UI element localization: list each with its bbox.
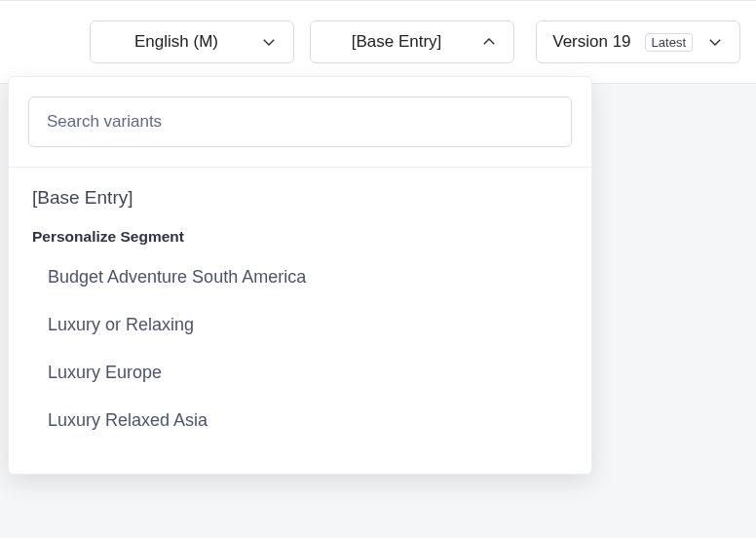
variant-group-header: Personalize Segment (9, 226, 591, 253)
version-badge: Latest (645, 33, 693, 52)
version-wrap: Version 19 Latest (536, 20, 740, 63)
variant-select[interactable]: [Base Entry] (310, 20, 514, 63)
variant-option[interactable]: Luxury or Relaxing (9, 301, 591, 349)
toolbar: English (M) [Base Entry] Version 19 Late… (0, 0, 756, 84)
chevron-down-icon (706, 33, 724, 51)
variant-option-base-entry[interactable]: [Base Entry] (9, 177, 591, 226)
variant-dropdown-panel: [Base Entry] Personalize Segment Budget … (8, 76, 592, 475)
divider (9, 167, 591, 168)
language-select-label: English (M) (106, 32, 246, 52)
variant-option[interactable]: Luxury Europe (9, 349, 591, 397)
search-wrap (9, 77, 591, 147)
variant-option[interactable]: Budget Adventure South America (9, 253, 591, 301)
variant-select-label: [Base Entry] (326, 32, 467, 52)
version-select[interactable]: Version 19 Latest (536, 20, 740, 63)
chevron-down-icon (260, 33, 278, 51)
version-select-label: Version 19 (552, 32, 630, 52)
search-input[interactable] (28, 96, 572, 147)
language-select[interactable]: English (M) (90, 20, 294, 63)
variant-option[interactable]: Luxury Relaxed Asia (9, 397, 591, 444)
chevron-up-icon (480, 33, 498, 51)
